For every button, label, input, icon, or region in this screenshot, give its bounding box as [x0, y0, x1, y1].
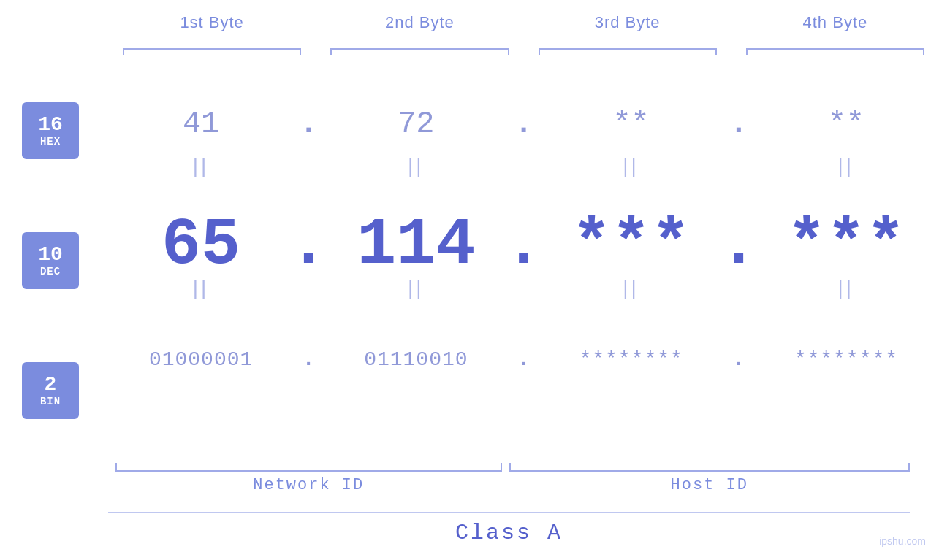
badges-column: 16 HEX 10 DEC 2 BIN — [22, 102, 79, 419]
dec-row: 65 . 114 . *** . *** — [108, 216, 939, 275]
bin-b3: ******** — [539, 348, 724, 371]
network-id-label: Network ID — [108, 476, 509, 494]
eq2-b3: || — [539, 276, 724, 299]
hex-badge-number: 16 — [38, 114, 63, 137]
equals-row-1: || || || || — [108, 153, 939, 180]
class-label: Class A — [108, 521, 910, 545]
watermark: ipshu.com — [879, 535, 926, 547]
hex-dot-1: . — [294, 107, 323, 142]
hex-badge-label: HEX — [40, 136, 61, 147]
bin-dot-1: . — [294, 348, 323, 371]
byte3-header: 3rd Byte — [524, 13, 731, 32]
hex-dot-2: . — [509, 107, 539, 142]
bracket-2 — [316, 37, 523, 50]
bin-dot-2: . — [509, 348, 539, 371]
hex-badge: 16 HEX — [22, 102, 79, 159]
byte-headers: 1st Byte 2nd Byte 3rd Byte 4th Byte — [108, 0, 939, 32]
header-brackets — [108, 37, 939, 50]
host-bracket-line — [509, 470, 911, 472]
dec-badge: 10 DEC — [22, 232, 79, 289]
bin-row: 01000001 . 01110010 . ******** . *******… — [108, 330, 939, 388]
eq1-b2: || — [323, 155, 509, 178]
bin-badge-number: 2 — [45, 374, 57, 396]
eq2-b2: || — [323, 276, 509, 299]
bin-b2: 01110010 — [323, 348, 509, 371]
hex-b1: 41 — [108, 107, 294, 142]
bin-dot-3: . — [724, 348, 753, 371]
bracket-4 — [731, 37, 939, 50]
eq1-b1: || — [108, 155, 294, 178]
bin-b4: ******** — [753, 348, 939, 371]
eq2-b4: || — [753, 276, 939, 299]
hex-b3: ** — [539, 107, 724, 142]
rows-section: 41 . 72 . ** . ** || || || — [108, 88, 939, 388]
bin-b1: 01000001 — [108, 348, 294, 371]
dec-dot-1: . — [294, 208, 323, 283]
byte4-header: 4th Byte — [731, 13, 939, 32]
eq1-b4: || — [753, 155, 939, 178]
bottom-section: Network ID Host ID — [108, 457, 910, 494]
labels-row: Network ID Host ID — [108, 476, 910, 494]
byte1-header: 1st Byte — [108, 13, 316, 32]
bracket-3 — [524, 37, 731, 50]
dec-b1: 65 — [108, 208, 294, 283]
bracket-1 — [108, 37, 316, 50]
network-bracket-line — [115, 470, 502, 472]
eq2-b1: || — [108, 276, 294, 299]
dec-b3: *** — [539, 208, 724, 283]
hex-b4: ** — [753, 107, 939, 142]
hex-row: 41 . 72 . ** . ** — [108, 95, 939, 153]
eq1-b3: || — [539, 155, 724, 178]
hex-dot-3: . — [724, 107, 753, 142]
dec-dot-3: . — [724, 208, 753, 283]
dec-b4: *** — [753, 208, 939, 283]
host-bracket — [509, 457, 911, 472]
network-bracket — [108, 457, 502, 472]
host-id-label: Host ID — [509, 476, 911, 494]
class-section: Class A — [108, 512, 910, 545]
class-top-line — [108, 512, 910, 513]
dec-b2: 114 — [323, 208, 509, 283]
dec-badge-label: DEC — [40, 266, 61, 277]
hex-b2: 72 — [323, 107, 509, 142]
byte2-header: 2nd Byte — [316, 13, 523, 32]
dec-dot-2: . — [509, 208, 539, 283]
bin-badge: 2 BIN — [22, 362, 79, 419]
bottom-brackets — [108, 457, 910, 472]
bin-badge-label: BIN — [40, 396, 61, 407]
dec-badge-number: 10 — [38, 244, 63, 266]
